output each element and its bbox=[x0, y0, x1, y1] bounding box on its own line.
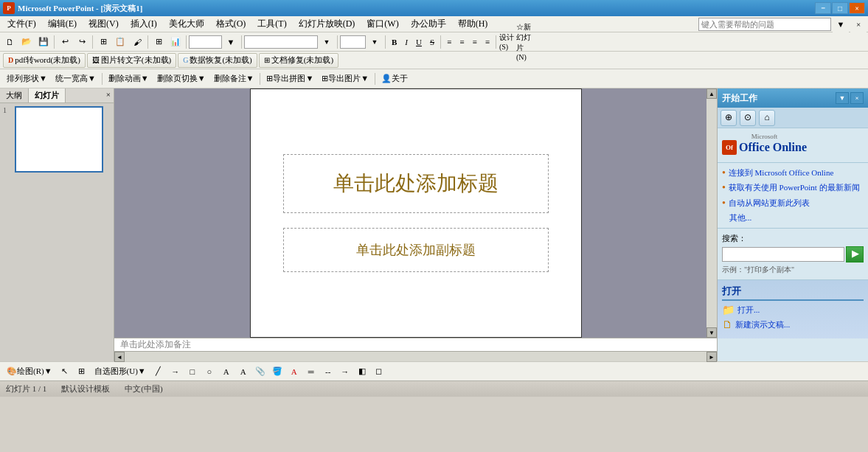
zoom-dropdown[interactable]: ▼ bbox=[223, 34, 239, 50]
help-close-button[interactable]: × bbox=[850, 16, 867, 32]
pdf2word-button[interactable]: D pdf转word(未加载) bbox=[3, 53, 86, 68]
same-width-btn[interactable]: 统一宽高▼ bbox=[52, 71, 100, 87]
nav-forward-btn[interactable]: ⊙ bbox=[740, 110, 756, 126]
design-btn[interactable]: 设计(S) bbox=[499, 34, 515, 50]
scroll-right-btn[interactable]: ► bbox=[706, 352, 717, 362]
copy-btn[interactable]: ⊞ bbox=[95, 34, 111, 50]
fill-btn[interactable]: 🪣 bbox=[269, 364, 285, 380]
maximize-button[interactable]: □ bbox=[832, 2, 848, 14]
menu-file[interactable]: 文件(F) bbox=[1, 16, 42, 32]
select-btn[interactable]: ↖ bbox=[57, 364, 73, 380]
scroll-up-btn[interactable]: ▲ bbox=[706, 88, 717, 99]
new-presentation-label[interactable]: 新建演示文稿... bbox=[735, 319, 790, 330]
font-size-input[interactable]: 18 bbox=[340, 35, 366, 49]
other-link[interactable]: 其他... bbox=[722, 212, 864, 223]
delete-anim-btn[interactable]: 删除动画▼ bbox=[105, 71, 153, 87]
close-button[interactable]: × bbox=[849, 2, 865, 14]
undo-btn[interactable]: ↩ bbox=[57, 34, 73, 50]
table-btn[interactable]: ⊞ bbox=[150, 34, 167, 50]
wordart-btn[interactable]: A bbox=[235, 364, 251, 380]
slide-thumbnail[interactable] bbox=[15, 106, 103, 173]
align-center-button[interactable]: ≡ bbox=[456, 34, 468, 50]
font-size-dropdown[interactable]: ▼ bbox=[367, 34, 383, 50]
search-go-button[interactable]: ▶ bbox=[846, 246, 864, 262]
autoselect-btn[interactable]: ⊞ bbox=[74, 364, 90, 380]
link-item-news[interactable]: ● 获取有关使用 PowerPoint 的最新新闻 bbox=[722, 182, 864, 192]
dash-btn[interactable]: -- bbox=[320, 364, 336, 380]
open-btn[interactable]: 📂 bbox=[18, 34, 35, 50]
menu-assistant[interactable]: 办公助手 bbox=[405, 16, 452, 32]
line-style-btn[interactable]: ═ bbox=[303, 364, 319, 380]
new-presentation-item[interactable]: 🗋 新建演示文稿... bbox=[722, 319, 864, 331]
horizontal-scrollbar[interactable]: ◄ ► bbox=[114, 351, 717, 361]
link-text-news[interactable]: 获取有关使用 PowerPoint 的最新新闻 bbox=[729, 182, 860, 192]
bold-button[interactable]: B bbox=[388, 34, 400, 50]
help-search-dropdown[interactable]: ▼ bbox=[833, 16, 849, 32]
align-justify-button[interactable]: ≡ bbox=[482, 34, 493, 50]
nav-home-btn[interactable]: ⌂ bbox=[759, 110, 775, 126]
link-text-connect[interactable]: 连接到 Microsoft Office Online bbox=[729, 167, 833, 178]
clip-btn[interactable]: 📎 bbox=[252, 364, 268, 380]
export-img-btn[interactable]: ⊞ 导出图片▼ bbox=[318, 71, 372, 87]
menu-tools[interactable]: 工具(T) bbox=[251, 16, 292, 32]
link-item-update[interactable]: ● 自动从网站更新此列表 bbox=[722, 198, 864, 208]
chart-btn[interactable]: 📊 bbox=[167, 34, 184, 50]
shadow-btn[interactable]: ◧ bbox=[354, 364, 370, 380]
about-btn[interactable]: 👤 关于 bbox=[378, 71, 412, 87]
arrow-style-btn[interactable]: → bbox=[337, 364, 353, 380]
data-recovery-button[interactable]: G 数据恢复(未加载) bbox=[178, 53, 257, 68]
tab-outline[interactable]: 大纲 bbox=[0, 88, 29, 102]
underline-button[interactable]: U bbox=[412, 34, 426, 50]
draw-menu-btn[interactable]: 🎨 绘图(R)▼ bbox=[3, 364, 56, 380]
menu-help[interactable]: 帮助(H) bbox=[452, 16, 494, 32]
paste-btn[interactable]: 📋 bbox=[112, 34, 128, 50]
open-file-item[interactable]: 📁 打开... bbox=[722, 304, 864, 316]
slide-panel-close[interactable]: × bbox=[103, 88, 114, 102]
arrange-btn[interactable]: 排列形状▼ bbox=[3, 71, 51, 87]
slide-subtitle-placeholder[interactable]: 单击此处添加副标题 bbox=[283, 228, 549, 272]
slide-canvas[interactable]: 单击此处添加标题 单击此处添加副标题 bbox=[250, 88, 582, 338]
textbox-btn[interactable]: A bbox=[218, 364, 235, 380]
img2text-button[interactable]: 🖼 图片转文字(未加载) bbox=[87, 53, 176, 68]
menu-format[interactable]: 格式(O) bbox=[210, 16, 252, 32]
right-search-input[interactable] bbox=[722, 247, 844, 262]
scroll-left-btn[interactable]: ◄ bbox=[114, 352, 125, 362]
new-slide-btn[interactable]: ☆新幻灯片(N) bbox=[515, 34, 532, 50]
new-btn[interactable]: 🗋 bbox=[1, 34, 18, 50]
arrow-btn[interactable]: → bbox=[167, 364, 184, 380]
tab-slides[interactable]: 幻灯片 bbox=[29, 88, 66, 102]
menu-view[interactable]: 视图(V) bbox=[83, 16, 125, 32]
autoshape-btn[interactable]: 自选图形(U)▼ bbox=[91, 364, 150, 380]
3d-btn[interactable]: ◻ bbox=[371, 364, 387, 380]
strikethrough-button[interactable]: S bbox=[426, 34, 438, 50]
open-file-label[interactable]: 打开... bbox=[737, 305, 760, 316]
scroll-down-btn[interactable]: ▼ bbox=[706, 327, 717, 338]
italic-button[interactable]: I bbox=[401, 34, 412, 50]
right-panel-close[interactable]: × bbox=[850, 92, 864, 104]
delete-switch-btn[interactable]: 删除页切换▼ bbox=[153, 71, 209, 87]
font-name-dropdown[interactable]: ▼ bbox=[319, 34, 335, 50]
save-btn[interactable]: 💾 bbox=[35, 34, 52, 50]
menu-slideshow[interactable]: 幻灯片放映(D) bbox=[293, 16, 361, 32]
menu-edit[interactable]: 编辑(E) bbox=[42, 16, 83, 32]
align-right-button[interactable]: ≡ bbox=[469, 34, 481, 50]
link-item-connect[interactable]: ● 连接到 Microsoft Office Online bbox=[722, 167, 864, 178]
font-name-input[interactable]: 宋体 bbox=[244, 35, 318, 49]
vertical-scrollbar[interactable]: ▲ ▼ bbox=[706, 88, 717, 338]
right-panel-dropdown[interactable]: ▼ bbox=[836, 92, 849, 104]
link-text-update[interactable]: 自动从网站更新此列表 bbox=[729, 198, 810, 208]
redo-btn[interactable]: ↪ bbox=[74, 34, 90, 50]
align-left-button[interactable]: ≡ bbox=[443, 34, 455, 50]
notes-area[interactable]: 单击此处添加备注 bbox=[114, 338, 717, 351]
font-color-btn[interactable]: A bbox=[286, 364, 302, 380]
line-btn[interactable]: ╱ bbox=[150, 364, 167, 380]
delete-notes-btn[interactable]: 删除备注▼ bbox=[210, 71, 258, 87]
format-painter-btn[interactable]: 🖌 bbox=[129, 34, 145, 50]
menu-window[interactable]: 窗口(W) bbox=[361, 16, 404, 32]
rect-btn[interactable]: □ bbox=[184, 364, 201, 380]
menu-insert[interactable]: 插入(I) bbox=[125, 16, 163, 32]
zoom-input[interactable]: 48% bbox=[189, 35, 222, 49]
doc-repair-button[interactable]: ⊞ 文档修复(未加载) bbox=[259, 53, 338, 68]
ellipse-btn[interactable]: ○ bbox=[201, 364, 218, 380]
export-img-group-btn[interactable]: ⊞ 导出拼图▼ bbox=[263, 71, 317, 87]
